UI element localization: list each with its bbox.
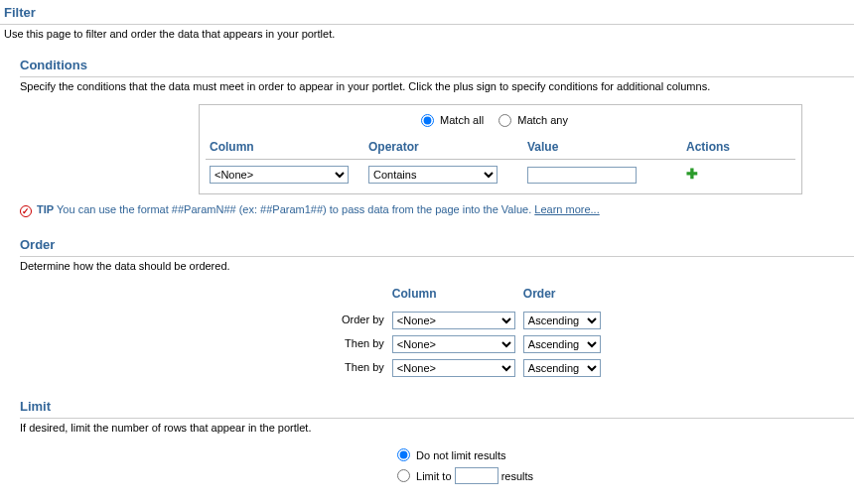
conditions-panel: Match all Match any Column Operator Valu… [199,104,802,194]
condition-row: <None> Contains ✚ [206,160,795,185]
order-row-1-dir-select[interactable]: Ascending [523,312,601,329]
order-row-3-label: Then by [338,356,388,380]
limit-value-input[interactable] [455,467,498,484]
order-row-1: Order by <None> Ascending [338,309,605,332]
limit-desc: If desired, limit the number of rows tha… [20,419,854,445]
order-row-2-dir-select[interactable]: Ascending [523,335,601,353]
order-row-2: Then by <None> Ascending [338,332,605,356]
order-desc: Determine how the data should be ordered… [20,257,854,284]
conditions-title: Conditions [20,53,854,77]
limit-results-label: results [501,470,533,482]
limit-to-label: Limit to [416,470,451,482]
no-limit-radio[interactable] [397,448,410,461]
order-row-1-label: Order by [338,309,388,332]
filter-desc: Use this page to filter and order the da… [0,25,854,52]
order-header-order: Order [519,284,605,309]
no-limit-option[interactable]: Do not limit results [397,449,506,461]
conditions-header-actions: Actions [682,137,795,160]
limit-area: Do not limit results Limit to results [20,446,854,486]
tip-label: TIP [37,203,54,215]
match-any-radio[interactable] [498,114,511,127]
order-row-3: Then by <None> Ascending [338,356,605,380]
order-row-1-column-select[interactable]: <None> [392,312,515,329]
limit-to-radio[interactable] [397,469,410,482]
tip-text: You can use the format ##ParamN## (ex: #… [57,203,531,215]
conditions-table: Column Operator Value Actions <None> Con… [206,137,795,185]
order-row-3-column-select[interactable]: <None> [392,359,515,377]
match-all-option[interactable]: Match all [421,114,487,126]
condition-operator-select[interactable]: Contains [368,166,498,184]
limit-to-option[interactable]: Limit to [397,470,455,482]
tip-icon: ✓ [20,205,32,217]
condition-column-select[interactable]: <None> [210,166,349,184]
match-any-option[interactable]: Match any [498,114,568,126]
no-limit-label: Do not limit results [416,449,505,461]
conditions-desc: Specify the conditions that the data mus… [20,77,854,104]
match-all-radio[interactable] [421,114,434,127]
match-mode-row: Match all Match any [206,109,795,132]
order-row-2-column-select[interactable]: <None> [392,335,515,353]
order-header-column: Column [388,284,519,309]
conditions-header-column: Column [206,137,364,160]
tip-row: ✓ TIP You can use the format ##ParamN## … [20,194,854,231]
limit-title: Limit [20,394,854,419]
condition-value-input[interactable] [527,167,637,184]
filter-title: Filter [0,0,854,25]
order-row-3-dir-select[interactable]: Ascending [523,359,601,377]
add-condition-icon[interactable]: ✚ [686,167,698,181]
order-title: Order [20,232,854,257]
match-any-label: Match any [517,114,568,126]
order-table: Column Order Order by <None> Ascending T… [338,284,605,380]
order-row-2-label: Then by [338,332,388,356]
learn-more-link[interactable]: Learn more... [534,203,599,215]
conditions-header-operator: Operator [364,137,523,160]
match-all-label: Match all [440,114,484,126]
conditions-header-value: Value [523,137,682,160]
